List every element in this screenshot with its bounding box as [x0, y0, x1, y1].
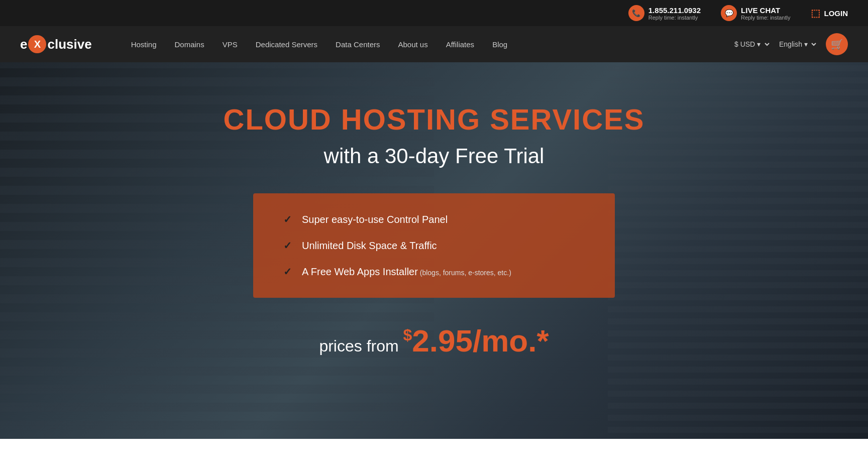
price-section: prices from $2.95/mo.*	[319, 323, 549, 359]
nav-vps[interactable]: VPS	[213, 28, 247, 61]
nav-blog[interactable]: Blog	[483, 28, 516, 61]
nav-links: Hosting Domains VPS Dedicated Servers Da…	[122, 28, 730, 61]
feature-2: ✓ Unlimited Disk Space & Traffic	[283, 240, 585, 252]
nav-about-us[interactable]: About us	[389, 28, 437, 61]
nav-bar: e X clusive Hosting Domains VPS Dedicate…	[0, 26, 868, 62]
nav-hosting[interactable]: Hosting	[122, 28, 166, 61]
login-label: LOGIN	[824, 9, 848, 18]
hero-subtitle: with a 30-day Free Trial	[0, 144, 868, 168]
hero-section: CLOUD HOSTING SERVICES with a 30-day Fre…	[0, 62, 868, 439]
phone-icon: 📞	[628, 5, 644, 21]
nav-dedicated-servers[interactable]: Dedicated Servers	[247, 28, 327, 61]
livechat-text-block: LIVE CHAT Reply time: instantly	[741, 6, 790, 21]
phone-text-block: 1.855.211.0932 Reply time: instantly	[648, 6, 701, 21]
livechat-label: LIVE CHAT	[741, 6, 790, 15]
phone-reply-time: Reply time: instantly	[648, 15, 701, 21]
hero-title: CLOUD HOSTING SERVICES	[0, 102, 868, 136]
feature-3: ✓ A Free Web Apps Installer (blogs, foru…	[283, 266, 585, 278]
top-bar: 📞 1.855.211.0932 Reply time: instantly 💬…	[0, 0, 868, 26]
phone-contact[interactable]: 📞 1.855.211.0932 Reply time: instantly	[628, 5, 701, 21]
price-amount: $2.95/mo.*	[403, 323, 549, 358]
livechat-contact[interactable]: 💬 LIVE CHAT Reply time: instantly	[721, 5, 790, 21]
feature-text-2: Unlimited Disk Space & Traffic	[302, 240, 437, 252]
logo-prefix: e	[20, 37, 27, 52]
logo-suffix: clusive	[47, 37, 91, 52]
check-icon-1: ✓	[283, 213, 292, 225]
nav-domains[interactable]: Domains	[166, 28, 213, 61]
phone-number: 1.855.211.0932	[648, 6, 701, 15]
cart-button[interactable]: 🛒	[826, 33, 848, 55]
price-label: prices from $2.95/mo.*	[319, 337, 549, 355]
nav-data-centers[interactable]: Data Centers	[327, 28, 389, 61]
livechat-reply-time: Reply time: instantly	[741, 15, 790, 21]
nav-right: $ USD ▾ € EUR £ GBP English ▾ Spanish Fr…	[730, 33, 848, 55]
language-selector[interactable]: English ▾ Spanish French	[775, 38, 818, 51]
chat-icon: 💬	[721, 5, 737, 21]
currency-selector[interactable]: $ USD ▾ € EUR £ GBP	[730, 38, 771, 51]
hero-content: CLOUD HOSTING SERVICES with a 30-day Fre…	[0, 102, 868, 298]
check-icon-3: ✓	[283, 266, 292, 278]
login-icon: ⬚	[811, 7, 820, 19]
feature-1: ✓ Super easy-to-use Control Panel	[283, 213, 585, 225]
check-icon-2: ✓	[283, 240, 292, 252]
login-button[interactable]: ⬚ LOGIN	[811, 7, 848, 19]
features-box: ✓ Super easy-to-use Control Panel ✓ Unli…	[253, 193, 615, 298]
logo-x: X	[28, 35, 46, 53]
feature-text-1: Super easy-to-use Control Panel	[302, 214, 448, 225]
feature-text-3: A Free Web Apps Installer (blogs, forums…	[302, 266, 511, 278]
nav-affiliates[interactable]: Affiliates	[437, 28, 483, 61]
logo[interactable]: e X clusive	[20, 26, 92, 62]
